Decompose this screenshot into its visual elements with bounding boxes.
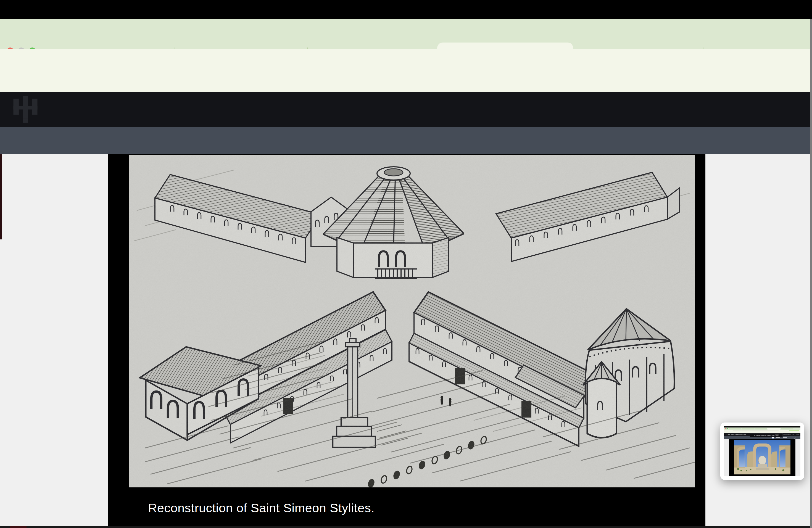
underlying-page-sliver — [0, 154, 2, 239]
omnibox-row: iu.instructure.com/courses/2333226/assig… — [0, 49, 812, 73]
mini-content — [724, 439, 800, 476]
viewer-left-margin — [0, 154, 108, 526]
window-bottom-edge — [0, 526, 810, 528]
document-header: H235-30423 › Assignments › September 11:… — [0, 92, 812, 127]
window-right-edge — [810, 19, 812, 528]
church-sketch — [129, 155, 695, 487]
tooltip-key: esc — [775, 435, 779, 436]
iu-trident-ghost-icon — [10, 93, 41, 126]
tooltip-text: To exit full screen, press and hold — [754, 435, 774, 436]
mini-omnibox-row — [724, 430, 800, 431]
mini-ruins-photo — [734, 440, 791, 474]
menu-bar-black — [0, 0, 812, 19]
mini-fullscreen-tooltip: To exit full screen, press and hold esc — [750, 433, 783, 437]
screen-share-preview[interactable]: 3. Holy Man in Late Antiquity.ppt Downlo… — [720, 423, 804, 480]
tab-strip: holy roman empire medieval - ✕ Flashcard… — [0, 19, 812, 49]
screen-share-thumbnail: 3. Holy Man in Late Antiquity.ppt Downlo… — [724, 426, 800, 476]
bookmarks-bar: Gmail All Bookmarks — [0, 73, 812, 92]
slide-caption: Reconstruction of Saint Simeon Stylites. — [148, 501, 375, 515]
desktop-sliver — [10, 526, 27, 528]
mini-tab-strip — [724, 427, 800, 430]
screen: holy roman empire medieval - ✕ Flashcard… — [0, 0, 812, 528]
mini-doc-title: 3. Holy Man in Late Antiquity.ppt — [726, 434, 746, 436]
pdf-toolbar: Page of 21 ZOOM — [0, 127, 812, 154]
